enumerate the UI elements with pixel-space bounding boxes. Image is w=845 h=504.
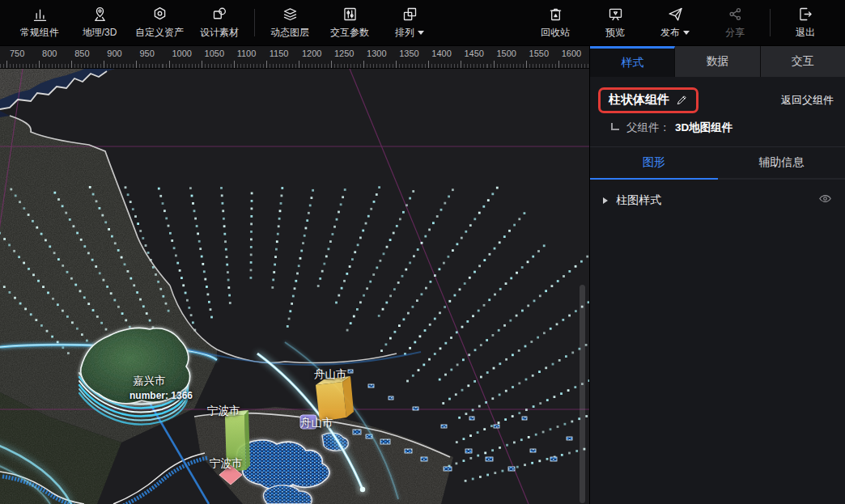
- toolbar-item-label: 发布: [660, 26, 680, 40]
- ruler-tick: [494, 61, 495, 68]
- map-scene: [0, 69, 589, 504]
- toolbar-item-label: 分享: [725, 26, 745, 40]
- subtab-graphics[interactable]: 图形: [590, 147, 718, 180]
- city-label-ningbo-top: 宁波市: [207, 404, 240, 418]
- bar-chart-icon: [32, 6, 49, 23]
- ruler-tick-label: 1600: [562, 49, 581, 58]
- chevron-down-icon: [418, 31, 424, 35]
- top-toolbar: 常规组件 地理/3D 自定义资产 设计素材 动态图层: [0, 0, 845, 46]
- map-3d-canvas[interactable]: 嘉兴市 number: 1366 宁波市 宁波市 舟山市 舟山市: [0, 69, 589, 504]
- sliders-icon: [342, 6, 359, 23]
- ruler-tick: [169, 61, 170, 68]
- geo-pin-icon: [91, 6, 108, 23]
- toolbar-item-label: 退出: [796, 26, 815, 40]
- ruler-tick: [136, 61, 137, 68]
- toolbar-item-share[interactable]: 分享: [705, 2, 765, 44]
- ruler-tick: [6, 61, 7, 68]
- parent-component-name[interactable]: 3D地图组件: [675, 121, 732, 135]
- preview-icon: [607, 6, 624, 23]
- toolbar-item-label: 常规组件: [20, 26, 59, 40]
- city-value-jiaxing: number: 1366: [130, 390, 193, 401]
- ruler-tick-label: 950: [139, 49, 154, 58]
- ruler-tick-label: 850: [74, 49, 89, 58]
- parent-component-row: 父组件： 3D地图组件: [611, 121, 845, 135]
- ruler-tick: [202, 61, 202, 68]
- ruler-tick-label: 800: [42, 49, 57, 58]
- ruler-tick-label: 1450: [464, 49, 483, 58]
- component-name: 柱状体组件: [609, 92, 669, 108]
- section-title: 柱图样式: [616, 193, 818, 208]
- collapse-arrow-icon[interactable]: [603, 197, 608, 204]
- back-to-parent-link[interactable]: 返回父组件: [781, 93, 834, 108]
- toolbar-item-label: 预览: [605, 26, 625, 40]
- ruler-tick-label: 1550: [529, 49, 549, 58]
- toolbar-item-design-material[interactable]: 设计素材: [189, 2, 249, 44]
- toolbar-item-label: 动态图层: [270, 26, 309, 40]
- toolbar-item-label: 排列: [395, 26, 414, 40]
- tree-elbow-icon: [611, 123, 619, 130]
- ruler-tick-label: 1050: [205, 49, 224, 58]
- toolbar-item-geo-3d[interactable]: 地理/3D: [70, 2, 130, 44]
- canvas-vertical-scrollbar[interactable]: [580, 285, 585, 503]
- ruler-tick: [39, 61, 40, 68]
- chevron-down-icon: [683, 31, 690, 35]
- datav-editor-window: 常规组件 地理/3D 自定义资产 设计素材 动态图层: [0, 0, 845, 504]
- toolbar-item-label: 回收站: [541, 26, 570, 40]
- subtab-auxiliary-info[interactable]: 辅助信息: [718, 147, 845, 180]
- ruler-tick-label: 1200: [302, 49, 321, 58]
- panel-sub-tabs: 图形 辅助信息: [590, 147, 845, 180]
- ruler-tick-label: 1500: [497, 49, 516, 58]
- toolbar-item-publish[interactable]: 发布: [645, 2, 705, 44]
- visibility-eye-icon[interactable]: [818, 192, 832, 209]
- ruler-tick: [428, 61, 429, 68]
- toolbar-item-label: 设计素材: [200, 26, 239, 40]
- edit-pencil-icon[interactable]: [676, 94, 688, 106]
- tab-style[interactable]: 样式: [590, 46, 675, 77]
- ruler-tick: [104, 61, 104, 68]
- toolbar-item-recycle-bin[interactable]: 回收站: [525, 2, 585, 44]
- ruler-tick-label: 1150: [270, 49, 289, 58]
- settings-panel: 样式 数据 交互 柱状体组件 返回父组件 父组件： 3D地图组件 图形 辅助信息…: [589, 46, 845, 504]
- toolbar-item-dynamic-layers[interactable]: 动态图层: [260, 2, 320, 44]
- tab-data[interactable]: 数据: [675, 46, 760, 77]
- ruler-tick: [71, 61, 72, 68]
- ruler-tick-label: 1300: [367, 49, 386, 58]
- city-label-zhoushan-bottom: 舟山市: [300, 416, 333, 430]
- toolbar-divider: [254, 9, 255, 36]
- toolbar-item-exit[interactable]: 退出: [775, 2, 835, 44]
- toolbar-item-label: 交互参数: [330, 26, 369, 40]
- ruler-tick-label: 1100: [237, 49, 257, 58]
- ruler-tick-label: 750: [10, 49, 24, 58]
- design-asset-icon: [211, 6, 228, 23]
- ruler-tick: [363, 61, 364, 68]
- toolbar-item-arrange[interactable]: 排列: [380, 2, 439, 44]
- exit-icon: [797, 6, 814, 23]
- horizontal-ruler: 7508008509009501000105011001150120012501…: [0, 46, 589, 69]
- component-name-annotation-box[interactable]: 柱状体组件: [598, 87, 699, 113]
- tab-interaction[interactable]: 交互: [761, 46, 845, 77]
- ruler-tick-label: 1350: [399, 49, 418, 58]
- bar-zhoushan: [316, 376, 354, 421]
- arrange-icon: [401, 6, 418, 23]
- layers-icon: [282, 6, 299, 23]
- ruler-tick: [461, 61, 461, 68]
- trash-icon: [547, 6, 564, 23]
- ruler-tick: [234, 61, 235, 68]
- city-label-jiaxing: 嘉兴市: [133, 374, 166, 388]
- parent-prefix: 父组件：: [626, 121, 670, 135]
- ruler-tick: [331, 61, 332, 68]
- hexagon-icon: [151, 6, 168, 23]
- ruler-tick: [299, 61, 299, 68]
- toolbar-item-preview[interactable]: 预览: [585, 2, 645, 44]
- ruler-tick-label: 1400: [431, 49, 451, 58]
- section-bar-style[interactable]: 柱图样式: [590, 180, 845, 221]
- toolbar-item-regular-components[interactable]: 常规组件: [10, 2, 70, 44]
- ruler-tick-label: 1000: [172, 49, 192, 58]
- toolbar-item-interaction-params[interactable]: 交互参数: [320, 2, 380, 44]
- publish-icon: [667, 6, 684, 23]
- ruler-tick-label: 1250: [334, 49, 354, 58]
- toolbar-item-custom-assets[interactable]: 自定义资产: [130, 2, 189, 44]
- ruler-tick: [266, 61, 267, 68]
- share-icon: [727, 6, 744, 23]
- component-name-row: 柱状体组件 返回父组件: [598, 87, 834, 113]
